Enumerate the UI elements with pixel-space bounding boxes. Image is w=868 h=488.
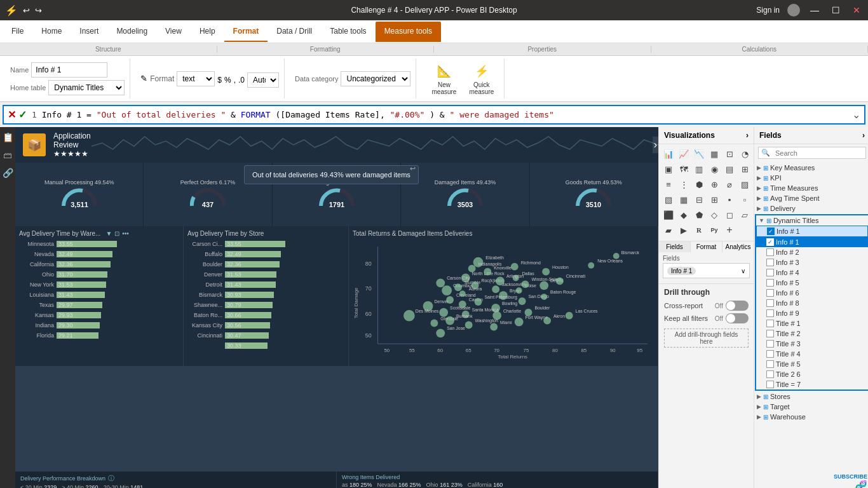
tab-data-drill[interactable]: Data / Drill xyxy=(268,22,321,42)
viz-tab-analytics[interactable]: Analytics xyxy=(722,241,754,252)
field-title26[interactable]: Title 2 6 xyxy=(756,369,868,379)
field-title1[interactable]: Title # 1 xyxy=(756,318,868,329)
field-info9[interactable]: Info # 9 xyxy=(756,308,868,318)
viz-icon-card[interactable]: ▤ xyxy=(722,162,736,176)
field-info4[interactable]: Info # 4 xyxy=(756,268,868,278)
viz-icon-custom14[interactable]: ▶ xyxy=(677,223,691,237)
tab-modeling[interactable]: Modeling xyxy=(107,22,156,42)
viz-icon-map[interactable]: 🗺 xyxy=(677,162,691,176)
tab-measure-tools[interactable]: Measure tools xyxy=(376,22,441,42)
viz-icon-custom12[interactable]: ▱ xyxy=(738,208,752,222)
viz-icon-image[interactable]: ⊕ xyxy=(707,177,721,191)
field-cb-info1[interactable]: ✓ xyxy=(767,227,775,235)
viz-icon-slicer[interactable]: ⬢ xyxy=(692,177,706,191)
viz-icon-custom8[interactable]: ◆ xyxy=(677,208,691,222)
viz-icon-custom7[interactable]: ⬛ xyxy=(661,208,675,222)
field-title7[interactable]: Title = 7 xyxy=(756,379,868,390)
viz-icon-custom13[interactable]: ▰ xyxy=(661,223,675,237)
field-cb-title1[interactable] xyxy=(766,320,774,327)
filter-icon[interactable]: ▼ xyxy=(105,230,112,237)
field-info1[interactable]: ✓ Info # 1 xyxy=(756,226,868,237)
group-kpi[interactable]: ▶ ⊞ KPI xyxy=(754,173,868,183)
expand-icon[interactable]: ⊡ xyxy=(114,230,119,237)
cross-report-toggle[interactable] xyxy=(726,301,749,311)
viz-icon-table[interactable]: ⋮ xyxy=(677,177,691,191)
viz-icon-custom2[interactable]: ▦ xyxy=(677,193,691,207)
field-title3[interactable]: Title # 3 xyxy=(756,339,868,349)
viz-icon-kpi[interactable]: ⊞ xyxy=(738,162,752,176)
title-bar-undo[interactable]: ↩ xyxy=(23,6,30,15)
viz-icon-r[interactable]: R xyxy=(692,223,706,237)
viz-icon-custom1[interactable]: ▧ xyxy=(661,193,675,207)
viz-tab-format[interactable]: Format xyxy=(691,241,722,252)
tab-format[interactable]: Format xyxy=(224,22,268,42)
win-minimize[interactable]: — xyxy=(808,5,822,15)
field-title2[interactable]: Title # 2 xyxy=(756,329,868,339)
field-drop-expand[interactable]: ∨ xyxy=(741,268,745,274)
keep-filters-toggle[interactable] xyxy=(726,313,749,323)
group-stores[interactable]: ▶ ⊞ Stores xyxy=(754,391,868,402)
signin-label[interactable]: Sign in xyxy=(756,6,780,15)
field-cb-info1-hl[interactable]: ✓ xyxy=(766,238,774,246)
tab-file[interactable]: File xyxy=(3,22,32,42)
add-drill-fields-button[interactable]: Add drill-through fields here xyxy=(664,329,749,348)
field-cb-title26[interactable] xyxy=(766,370,774,378)
field-cb-info4[interactable] xyxy=(766,269,774,276)
tab-insert[interactable]: Insert xyxy=(71,22,107,42)
field-cb-info6[interactable] xyxy=(766,289,774,297)
data-category-select[interactable]: Uncategorized xyxy=(341,71,410,86)
group-key-measures[interactable]: ▶ ⊞ Key Measures xyxy=(754,163,868,173)
group-time-measures[interactable]: ▶ ⊞ Time Measures xyxy=(754,183,868,193)
title-bar-redo[interactable]: ↪ xyxy=(35,6,42,15)
field-info2[interactable]: Info # 2 xyxy=(756,247,868,257)
group-warehouse[interactable]: ▶ ⊞ Warehouse xyxy=(754,412,868,422)
formula-cancel[interactable]: ✕ xyxy=(8,109,16,121)
field-info5[interactable]: Info # 5 xyxy=(756,278,868,288)
auto-select[interactable]: Auto xyxy=(247,72,279,88)
viz-icon-custom3[interactable]: ⊟ xyxy=(692,193,706,207)
tooltip-undo-icon[interactable]: ↩ xyxy=(410,165,416,173)
tab-table-tools[interactable]: Table tools xyxy=(321,22,375,42)
group-target[interactable]: ▶ ⊞ Target xyxy=(754,402,868,412)
viz-icon-custom6[interactable]: ▫ xyxy=(738,193,752,207)
viz-tab-fields[interactable]: Fields xyxy=(659,241,691,252)
quick-measure-button[interactable]: ⚡ Quickmeasure xyxy=(464,60,499,98)
win-maximize[interactable]: ☐ xyxy=(829,5,843,15)
fields-drop-zone[interactable]: Info # 1 ∨ xyxy=(663,263,750,278)
field-cb-title3[interactable] xyxy=(766,340,774,348)
field-cb-info5[interactable] xyxy=(766,279,774,287)
formula-confirm[interactable]: ✓ xyxy=(18,109,27,121)
fields-search-input[interactable] xyxy=(773,148,865,158)
format-select[interactable]: text xyxy=(177,71,215,86)
left-icon-report[interactable]: 📋 xyxy=(3,132,13,142)
formula-expand-icon[interactable]: ⌄ xyxy=(852,109,860,121)
viz-icon-gauge[interactable]: ◉ xyxy=(707,162,721,176)
tab-help[interactable]: Help xyxy=(191,22,224,42)
new-measure-button[interactable]: 📐 Newmeasure xyxy=(426,60,461,98)
field-cb-info2[interactable] xyxy=(766,248,774,256)
field-cb-title7[interactable] xyxy=(766,381,774,388)
viz-icon-custom5[interactable]: ▪ xyxy=(722,193,736,207)
viz-icon-py[interactable]: Py xyxy=(707,223,721,237)
field-info8[interactable]: Info # 8 xyxy=(756,298,868,308)
group-delivery[interactable]: ▶ ⊞ Delivery xyxy=(754,203,868,214)
tab-home[interactable]: Home xyxy=(32,22,71,42)
viz-icon-line[interactable]: 📈 xyxy=(677,147,691,161)
formula-expression[interactable]: 1 Info # 1 = "Out of total deliveries " … xyxy=(29,109,850,121)
left-icon-model[interactable]: 🔗 xyxy=(3,168,13,178)
viz-icon-treemap[interactable]: ▣ xyxy=(661,162,675,176)
left-icon-data[interactable]: 🗃 xyxy=(3,150,12,160)
viz-icon-matrix[interactable]: ≡ xyxy=(661,177,675,191)
field-cb-title5[interactable] xyxy=(766,360,774,368)
viz-icon-custom9[interactable]: ⬟ xyxy=(692,208,706,222)
field-cb-title2[interactable] xyxy=(766,330,774,337)
field-title5[interactable]: Title # 5 xyxy=(756,359,868,369)
field-cb-info9[interactable] xyxy=(766,309,774,317)
viz-icon-custom4[interactable]: ⊞ xyxy=(707,193,721,207)
viz-icon-ribbon[interactable]: ▦ xyxy=(707,147,721,161)
group-avg-time[interactable]: ▶ ⊞ Avg Time Spent xyxy=(754,193,868,203)
field-cb-info8[interactable] xyxy=(766,299,774,307)
viz-icon-funnel[interactable]: ▥ xyxy=(692,162,706,176)
viz-icon-shape[interactable]: ⌀ xyxy=(722,177,736,191)
more-icon[interactable]: ••• xyxy=(122,230,129,237)
